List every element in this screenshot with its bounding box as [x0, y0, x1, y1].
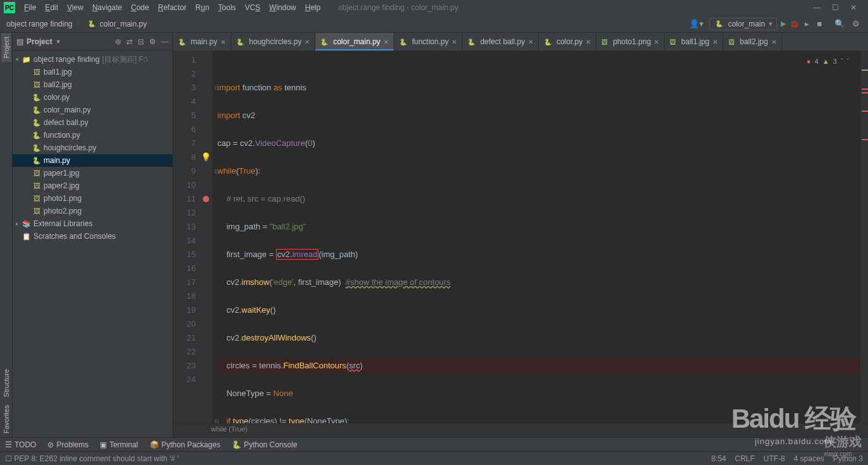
editor-tab[interactable]: 🖼ball1.jpg✕ — [665, 33, 723, 51]
rail-project[interactable]: Project — [1, 33, 11, 62]
project-header: ▤ Project ▼ ⊕ ⇄ ⊟ ⚙ — — [13, 33, 172, 51]
status-interpreter[interactable]: Python 3 — [833, 454, 863, 463]
gear-icon[interactable]: ⚙ — [149, 37, 156, 46]
menu-navigate[interactable]: Navigate — [88, 2, 126, 13]
breakpoint-icon[interactable] — [203, 196, 209, 202]
project-view-icon: ▤ — [16, 37, 23, 46]
file-icon: 🖼 — [32, 195, 42, 202]
editor-tab[interactable]: 🐍color.py✕ — [539, 33, 596, 51]
menu-edit[interactable]: Edit — [41, 2, 62, 13]
editor-tab[interactable]: 🐍defect ball.py✕ — [462, 33, 539, 51]
stop-button[interactable]: ■ — [815, 19, 824, 28]
close-icon[interactable]: ✕ — [452, 39, 457, 45]
chevron-down-icon[interactable]: ▼ — [56, 39, 61, 45]
menu-vcs[interactable]: VCS — [241, 2, 264, 13]
close-icon[interactable]: ✕ — [383, 39, 389, 45]
editor-tab[interactable]: 🖼photo1.png✕ — [596, 33, 665, 51]
tool-python-packages[interactable]: 📦 Python Packages — [150, 440, 220, 449]
tree-external-libraries[interactable]: ▸ 📚 External Libraries — [13, 217, 172, 230]
file-icon: 🖼 — [32, 68, 42, 76]
collapse-icon[interactable]: ⊟ — [138, 37, 144, 46]
file-icon: 🐍 — [32, 119, 42, 127]
status-line-sep[interactable]: CRLF — [735, 454, 754, 463]
menu-view[interactable]: View — [63, 2, 87, 13]
tab-label: color.py — [557, 37, 582, 46]
tree-file[interactable]: 🐍defect ball.py — [13, 116, 172, 129]
tree-file[interactable]: 🐍houghcircles.py — [13, 142, 172, 154]
tree-root-label: object range finding — [33, 55, 100, 64]
tree-file[interactable]: 🐍color_main.py — [13, 104, 172, 116]
chevron-up-icon[interactable]: ˆ — [841, 54, 843, 68]
search-icon[interactable]: 🔍 — [833, 19, 847, 28]
breadcrumb-file[interactable]: color_main.py — [100, 20, 147, 28]
run-button[interactable]: ▶ — [781, 20, 786, 28]
status-encoding[interactable]: UTF-8 — [764, 454, 785, 463]
settings-icon[interactable]: ⚙ — [850, 19, 862, 28]
menu-window[interactable]: Window — [265, 2, 300, 13]
intention-bulb-icon[interactable]: 💡 — [201, 150, 211, 164]
status-position[interactable]: 8:54 — [711, 454, 726, 463]
inspections-widget[interactable]: ●4 ▲3 ˆ ˇ — [807, 54, 849, 68]
close-icon[interactable]: ✕ — [850, 3, 857, 12]
tree-file[interactable]: 🐍function.py — [13, 129, 172, 142]
menu-run[interactable]: Run — [191, 2, 213, 13]
editor-tabs: 🐍main.py✕🐍houghcircles.py✕🐍color_main.py… — [173, 33, 868, 51]
editor-breadcrumb[interactable]: while (True) — [173, 423, 868, 437]
editor-tab[interactable]: 🖼ball2.jpg✕ — [723, 33, 782, 51]
debug-button[interactable]: 🐞 — [790, 20, 799, 28]
editor-tab[interactable]: 🐍houghcircles.py✕ — [231, 33, 315, 51]
tree-file[interactable]: 🖼paper1.jpg — [13, 167, 172, 179]
coverage-button[interactable]: ▸ — [803, 19, 811, 28]
locate-icon[interactable]: ⊕ — [115, 37, 121, 46]
tool-todo[interactable]: ☰ TODO — [5, 440, 36, 449]
editor-tab[interactable]: 🐍main.py✕ — [173, 33, 231, 51]
expand-arrow-icon[interactable]: ▸ — [13, 220, 21, 227]
breadcrumb[interactable]: object range finding 〉 🐍 color_main.py — [6, 18, 147, 29]
tree-file[interactable]: 🐍main.py — [13, 154, 172, 167]
tree-scratches[interactable]: 📋 Scratches and Consoles — [13, 230, 172, 243]
tool-python-console[interactable]: 🐍 Python Console — [232, 440, 298, 449]
expand-arrow-icon[interactable]: ▾ — [13, 56, 21, 63]
maximize-icon[interactable]: ☐ — [832, 3, 839, 12]
rail-structure[interactable]: Structure — [1, 365, 11, 401]
tree-file[interactable]: 🖼photo1.png — [13, 192, 172, 205]
menu-file[interactable]: File — [20, 2, 40, 13]
menu-refactor[interactable]: Refactor — [154, 2, 190, 13]
file-icon: 🖼 — [32, 182, 42, 190]
editor-tab[interactable]: 🐍function.py✕ — [394, 33, 462, 51]
tree-root[interactable]: ▾ 📁 object range finding [目标测距] F:\ — [13, 53, 172, 66]
rail-favorites[interactable]: Favorites — [1, 401, 11, 437]
project-title[interactable]: Project — [27, 37, 52, 46]
minimize-icon[interactable]: — — [813, 3, 821, 12]
close-icon[interactable]: ✕ — [771, 39, 776, 45]
breadcrumb-root[interactable]: object range finding — [6, 20, 73, 28]
close-icon[interactable]: ✕ — [654, 39, 659, 45]
editor-tab[interactable]: 🐍color_main.py✕ — [315, 33, 394, 51]
close-icon[interactable]: ✕ — [586, 39, 591, 45]
close-icon[interactable]: ✕ — [713, 39, 718, 45]
hide-icon[interactable]: — — [161, 37, 169, 46]
close-icon[interactable]: ✕ — [220, 39, 226, 45]
run-config-selector[interactable]: 🐍 color_main ▼ — [709, 18, 777, 30]
tree-file[interactable]: 🖼ball2.jpg — [13, 78, 172, 91]
add-user-icon[interactable]: 👤▾ — [687, 19, 706, 28]
project-tree[interactable]: ▾ 📁 object range finding [目标测距] F:\ 🖼bal… — [13, 51, 172, 245]
menu-help[interactable]: Help — [301, 2, 325, 13]
error-stripe[interactable] — [860, 51, 868, 423]
close-icon[interactable]: ✕ — [528, 39, 533, 45]
folder-icon: 📁 — [21, 56, 32, 64]
tree-file[interactable]: 🖼paper2.jpg — [13, 179, 172, 192]
tree-file[interactable]: 🐍color.py — [13, 91, 172, 104]
close-icon[interactable]: ✕ — [304, 39, 310, 45]
chevron-down-icon[interactable]: ˇ — [847, 54, 849, 68]
status-indent[interactable]: 4 spaces — [794, 454, 824, 463]
menu-code[interactable]: Code — [127, 2, 153, 13]
tool-terminal[interactable]: ▣ Terminal — [100, 440, 138, 449]
menu-tools[interactable]: Tools — [214, 2, 239, 13]
tree-file[interactable]: 🖼photo2.png — [13, 205, 172, 217]
tool-problems[interactable]: ⊘ Problems — [47, 440, 88, 449]
expand-icon[interactable]: ⇄ — [126, 37, 133, 46]
code-area[interactable]: ●4 ▲3 ˆ ˇ ⊟import function as tennis imp… — [212, 51, 860, 423]
tree-file[interactable]: 🖼ball1.jpg — [13, 66, 172, 78]
gutter[interactable]: 💡 — [200, 51, 212, 423]
